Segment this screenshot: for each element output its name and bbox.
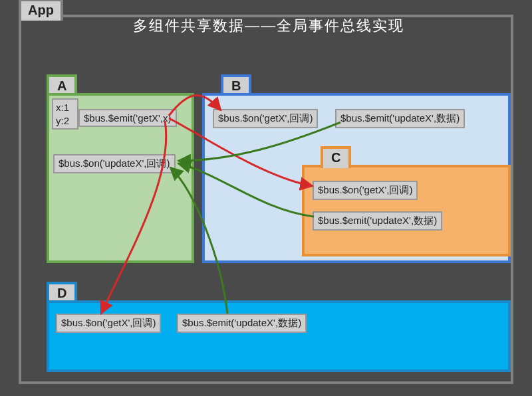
c-emit-updatex: $bus.$emit('updateX',数据): [313, 211, 442, 231]
component-c-tab: C: [321, 146, 351, 168]
component-d: [47, 300, 511, 372]
state-y: y:2: [56, 114, 74, 128]
state-x: x:1: [56, 101, 74, 114]
a-emit-getx: $bus.$emit('getX',x): [78, 109, 177, 127]
app-frame: App 多组件共享数据——全局事件总线实现 A x:1 y:2 $bus.$em…: [19, 15, 513, 384]
d-on-getx: $bus.$on('getX',回调): [56, 314, 161, 333]
component-a-state: x:1 y:2: [52, 98, 78, 130]
c-on-getx: $bus.$on('getX',回调): [313, 181, 418, 200]
b-on-getx: $bus.$on('getX',回调): [213, 109, 318, 128]
b-emit-updatex: $bus.$emit('updateX',数据): [335, 109, 465, 128]
diagram-title: 多组件共享数据——全局事件总线实现: [133, 16, 404, 36]
component-c: [302, 165, 511, 256]
d-emit-updatex: $bus.$emit('updateX',数据): [177, 314, 307, 333]
a-on-updatex: $bus.$on('updateX',回调): [53, 154, 176, 173]
app-tab: App: [19, 0, 63, 21]
